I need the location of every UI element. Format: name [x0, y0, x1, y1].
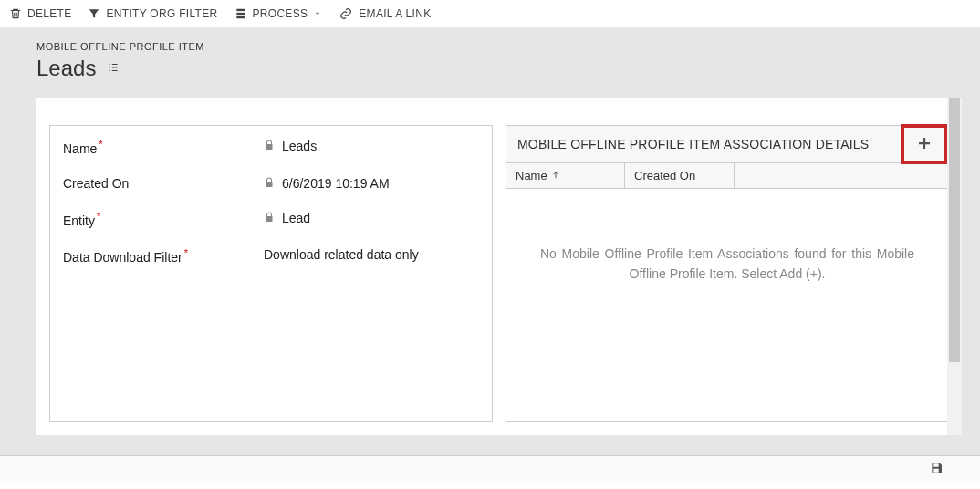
command-toolbar: DELETE ENTITY ORG FILTER PROCESS EMAIL A…: [0, 0, 980, 28]
chevron-down-icon: [313, 9, 322, 18]
process-button[interactable]: PROCESS: [235, 7, 323, 20]
required-star: *: [184, 247, 188, 258]
page-area: MOBILE OFFLINE PROFILE ITEM Leads Name* …: [0, 28, 980, 483]
lock-icon: [264, 211, 275, 225]
empty-message: No Mobile Offline Profile Item Associati…: [540, 244, 914, 285]
createdon-value-text: 6/6/2019 10:19 AM: [282, 176, 390, 191]
createdon-value[interactable]: 6/6/2019 10:19 AM: [264, 176, 390, 191]
entity-value-text: Lead: [282, 211, 310, 225]
required-star: *: [97, 211, 100, 222]
entity-type-label: MOBILE OFFLINE PROFILE ITEM: [36, 41, 962, 52]
col-header-createdon[interactable]: Created On: [625, 163, 735, 188]
delete-button[interactable]: DELETE: [9, 7, 71, 20]
trash-icon: [9, 7, 22, 20]
name-label: Name*: [63, 139, 264, 156]
col-header-empty: [735, 163, 753, 188]
content-shell: Name* Leads Created On 6/6/2019 10:19 AM: [36, 98, 962, 435]
field-row-name: Name* Leads: [63, 139, 479, 156]
page-title: Leads: [36, 56, 96, 81]
association-grid-body: No Mobile Offline Profile Item Associati…: [506, 189, 948, 421]
add-button-highlight: [901, 124, 948, 164]
lock-icon: [264, 139, 275, 153]
association-panel: MOBILE OFFLINE PROFILE ITEM ASSOCIATION …: [506, 125, 949, 422]
save-icon[interactable]: [929, 461, 944, 478]
createdon-label: Created On: [63, 176, 264, 191]
name-label-text: Name: [63, 141, 97, 156]
field-row-createdon: Created On 6/6/2019 10:19 AM: [63, 176, 479, 191]
email-link-button[interactable]: EMAIL A LINK: [339, 7, 431, 20]
status-bar: [0, 455, 980, 483]
datadownload-value-text: Download related data only: [264, 247, 419, 262]
entity-label-text: Entity: [63, 213, 95, 227]
col-header-name[interactable]: Name: [506, 163, 625, 188]
process-label: PROCESS: [253, 7, 308, 20]
svg-rect-0: [236, 9, 245, 11]
entity-org-filter-button[interactable]: ENTITY ORG FILTER: [88, 7, 217, 20]
lock-icon: [264, 176, 275, 191]
datadownload-label-text: Data Download Filter: [63, 250, 182, 265]
delete-label: DELETE: [27, 7, 71, 20]
datadownload-value[interactable]: Download related data only: [264, 247, 419, 262]
svg-rect-2: [236, 16, 245, 18]
field-row-datadownload: Data Download Filter* Download related d…: [63, 247, 479, 265]
link-icon: [339, 7, 353, 20]
entity-org-filter-label: ENTITY ORG FILTER: [106, 7, 217, 20]
process-icon: [235, 7, 247, 20]
form-panel: Name* Leads Created On 6/6/2019 10:19 AM: [49, 125, 493, 422]
title-row: Leads: [36, 56, 962, 81]
scrollbar-thumb[interactable]: [949, 98, 960, 362]
association-column-headers: Name Created On: [506, 163, 948, 189]
view-selector-icon[interactable]: [105, 61, 121, 77]
association-panel-header: MOBILE OFFLINE PROFILE ITEM ASSOCIATION …: [506, 126, 948, 163]
col-header-name-text: Name: [516, 169, 547, 182]
entity-label: Entity*: [63, 211, 264, 228]
association-panel-title: MOBILE OFFLINE PROFILE ITEM ASSOCIATION …: [517, 137, 869, 151]
required-star: *: [99, 139, 102, 150]
field-row-entity: Entity* Lead: [63, 211, 479, 228]
name-value-text: Leads: [282, 139, 317, 153]
sort-asc-icon: [551, 169, 560, 182]
email-link-label: EMAIL A LINK: [359, 7, 431, 20]
entity-value[interactable]: Lead: [264, 211, 310, 225]
filter-icon: [88, 7, 100, 20]
name-value[interactable]: Leads: [264, 139, 317, 153]
add-button[interactable]: [916, 133, 933, 155]
datadownload-label: Data Download Filter*: [63, 247, 264, 265]
vertical-scrollbar[interactable]: [947, 98, 962, 435]
svg-rect-1: [236, 13, 245, 15]
